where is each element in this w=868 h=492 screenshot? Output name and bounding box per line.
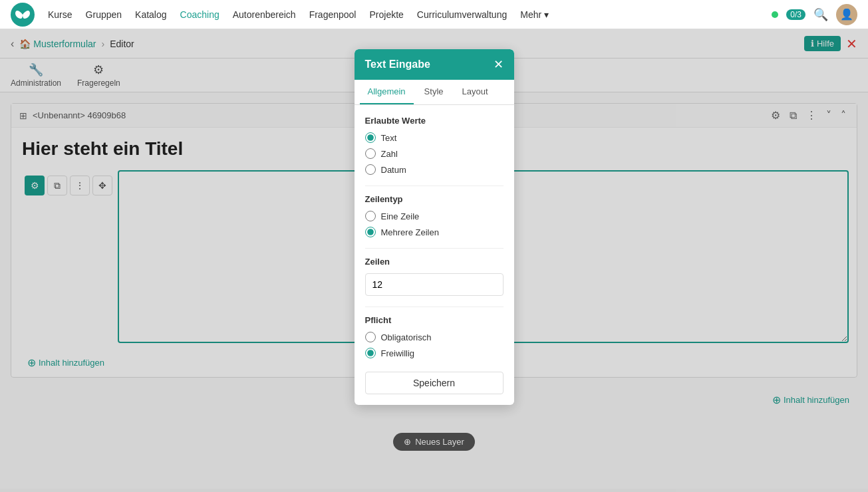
- zeilen-label: Zeilen: [365, 257, 504, 267]
- nav-projekte[interactable]: Projekte: [369, 9, 403, 20]
- pflicht-section: Pflicht Obligatorisch Freiwillig: [365, 315, 504, 358]
- nav-gruppen[interactable]: Gruppen: [86, 9, 122, 20]
- nav-kurse[interactable]: Kurse: [48, 9, 72, 20]
- logo[interactable]: [11, 3, 35, 27]
- divider-1: [365, 185, 504, 186]
- status-indicator: [772, 11, 778, 18]
- user-badge: 0/3: [786, 9, 805, 20]
- nav-autorenbereich[interactable]: Autorenbereich: [233, 9, 296, 20]
- zeilentyp-radio-group: Eine Zeile Mehrere Zeilen: [365, 211, 504, 237]
- tab-allgemein[interactable]: Allgemein: [360, 92, 414, 104]
- erlaubte-werte-section: Erlaubte Werte Text Zahl Datum: [365, 116, 504, 175]
- modal-overlay: Text Eingabe ✕ Allgemein Style Layout Er…: [0, 92, 868, 489]
- user-avatar[interactable]: 👤: [836, 4, 857, 25]
- radio-mehrere-zeilen[interactable]: Mehrere Zeilen: [365, 227, 504, 237]
- radio-datum[interactable]: Datum: [365, 164, 504, 175]
- nav-fragenpool[interactable]: Fragenpool: [309, 9, 357, 20]
- radio-zahl[interactable]: Zahl: [365, 148, 504, 159]
- nav-coaching[interactable]: Coaching: [180, 9, 219, 20]
- tab-layout[interactable]: Layout: [454, 92, 496, 104]
- radio-obligatorisch[interactable]: Obligatorisch: [365, 332, 504, 342]
- modal-tabs: Allgemein Style Layout: [355, 92, 514, 105]
- zeilen-section: Zeilen: [365, 257, 504, 296]
- zeilen-input[interactable]: [365, 273, 504, 296]
- search-button[interactable]: 🔍: [813, 7, 828, 22]
- erlaubte-werte-radio-group: Text Zahl Datum: [365, 132, 504, 175]
- divider-2: [365, 248, 504, 249]
- nav-right: 0/3 🔍 👤: [772, 4, 857, 25]
- zeilentyp-label: Zeilentyp: [365, 194, 504, 204]
- zeilentyp-section: Zeilentyp Eine Zeile Mehrere Zeilen: [365, 194, 504, 237]
- radio-freiwillig[interactable]: Freiwillig: [365, 348, 504, 358]
- divider-3: [365, 307, 504, 307]
- pflicht-label: Pflicht: [365, 315, 504, 325]
- top-navigation: Kurse Gruppen Katalog Coaching Autorenbe…: [0, 0, 868, 29]
- nav-mehr-button[interactable]: Mehr ▾: [520, 9, 549, 20]
- nav-curriculumverwaltung[interactable]: Curriculumverwaltung: [417, 9, 507, 20]
- tab-style[interactable]: Style: [416, 92, 452, 104]
- radio-text[interactable]: Text: [365, 132, 504, 143]
- radio-eine-zeile[interactable]: Eine Zeile: [365, 211, 504, 221]
- nav-links: Kurse Gruppen Katalog Coaching Autorenbe…: [48, 9, 758, 20]
- main-content: ⊞ <Unbenannt> 46909b68 ⚙ ⧉ ⋮ ˅ ˄ Hier st…: [0, 92, 868, 489]
- save-button[interactable]: Speichern: [365, 372, 504, 394]
- nav-katalog[interactable]: Katalog: [135, 9, 166, 20]
- modal-body: Erlaubte Werte Text Zahl Datum: [355, 105, 514, 405]
- text-eingabe-modal: Text Eingabe ✕ Allgemein Style Layout Er…: [355, 92, 514, 405]
- erlaubte-werte-label: Erlaubte Werte: [365, 116, 504, 126]
- pflicht-radio-group: Obligatorisch Freiwillig: [365, 332, 504, 358]
